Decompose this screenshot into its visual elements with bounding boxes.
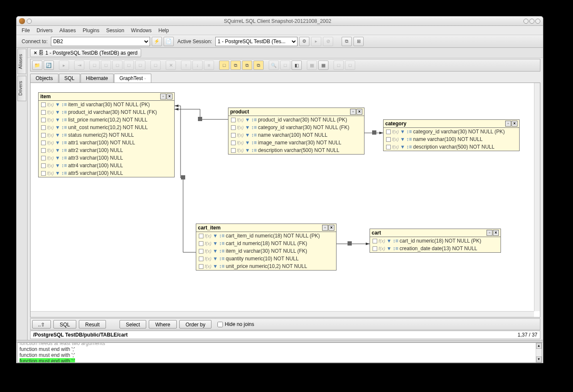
table-item[interactable]: item▫×f(x)▼↕≡item_id varchar(30) NOT NUL… xyxy=(38,92,175,177)
column-checkbox[interactable] xyxy=(199,257,203,261)
tb-b2[interactable]: □ xyxy=(89,61,100,70)
column-row[interactable]: f(x)▼↕≡cart_item_id numeric(18) NOT NULL… xyxy=(196,232,336,240)
menu-windows[interactable]: Windows xyxy=(128,28,155,33)
tb-b9[interactable]: ≡ xyxy=(204,61,214,70)
filter-icon[interactable]: ▼ xyxy=(55,163,60,168)
sort-icon[interactable]: ↕≡ xyxy=(393,246,398,251)
column-row[interactable]: f(x)▼↕≡description varchar(500) NOT NULL xyxy=(384,143,519,151)
tb-e1[interactable]: ▦ xyxy=(307,61,317,70)
tb-run[interactable]: ▸ xyxy=(59,61,69,70)
connect-to-combo[interactable]: DB2 xyxy=(51,37,150,46)
sort-icon[interactable]: ↕≡ xyxy=(61,163,67,168)
tb-c2[interactable]: ⧉ xyxy=(231,61,241,70)
column-row[interactable]: f(x)▼↕≡product_id varchar(30) NOT NULL (… xyxy=(39,108,174,116)
filter-icon[interactable]: ▼ xyxy=(55,147,60,153)
tb-f2[interactable]: □ xyxy=(345,61,355,70)
column-row[interactable]: f(x)▼↕≡list_price numeric(10,2) NOT NULL xyxy=(39,116,174,124)
where-button[interactable]: Where xyxy=(149,320,176,329)
filter-icon[interactable]: ▼ xyxy=(55,117,60,123)
tb-zoom[interactable]: 🔍 xyxy=(269,61,279,70)
column-checkbox[interactable] xyxy=(231,133,236,138)
column-checkbox[interactable] xyxy=(199,249,203,254)
canvas-scrollbar-h[interactable] xyxy=(31,311,534,317)
filter-icon[interactable]: ▼ xyxy=(55,132,60,138)
filter-icon[interactable]: ▼ xyxy=(213,263,218,269)
column-row[interactable]: f(x)▼↕≡category_id varchar(30) NOT NULL … xyxy=(228,124,364,131)
table-min-icon[interactable]: ▫ xyxy=(350,109,356,115)
column-row[interactable]: f(x)▼↕≡attr5 varchar(100) NULL xyxy=(39,169,174,177)
minimize-button[interactable] xyxy=(523,19,528,24)
sort-icon[interactable]: ↕≡ xyxy=(61,117,67,123)
menu-file[interactable]: File xyxy=(18,28,33,33)
stop-button[interactable]: ⊘ xyxy=(323,37,333,46)
filter-icon[interactable]: ▼ xyxy=(55,155,60,161)
sort-icon[interactable]: ↕≡ xyxy=(61,109,67,115)
sort-icon[interactable]: ↕≡ xyxy=(61,147,67,153)
sort-icon[interactable]: ↕≡ xyxy=(406,129,412,135)
session-props-button[interactable]: ⚙ xyxy=(299,37,309,46)
menu-aliases[interactable]: Aliases xyxy=(56,28,79,33)
filter-icon[interactable]: ▼ xyxy=(213,240,218,246)
tb-b5[interactable]: □ xyxy=(124,61,134,70)
column-checkbox[interactable] xyxy=(41,148,46,153)
table-min-icon[interactable]: ▫ xyxy=(322,225,328,231)
column-checkbox[interactable] xyxy=(41,125,46,130)
close-button[interactable] xyxy=(535,19,540,24)
filter-icon[interactable]: ▼ xyxy=(55,109,60,115)
sidetab-aliases[interactable]: Aliases xyxy=(17,49,26,74)
tb-c4[interactable]: ⧉ xyxy=(253,61,264,70)
column-checkbox[interactable] xyxy=(386,137,391,142)
tb-e2[interactable]: ▦ xyxy=(318,61,328,70)
table-close-icon[interactable]: × xyxy=(328,225,334,231)
sort-icon[interactable]: ↕≡ xyxy=(219,256,225,262)
tb-up[interactable]: ↑ xyxy=(181,61,191,70)
handle-2[interactable] xyxy=(372,130,376,135)
sort-icon[interactable]: ↕≡ xyxy=(251,140,257,146)
tb-d2[interactable]: ◧ xyxy=(292,61,302,70)
table-product[interactable]: product▫×f(x)▼↕≡product_id varchar(30) N… xyxy=(228,108,364,155)
column-row[interactable]: f(x)▼↕≡item_id varchar(30) NOT NULL (FK) xyxy=(196,247,336,255)
orderby-button[interactable]: Order by xyxy=(179,320,212,329)
close-session-icon[interactable]: × xyxy=(34,50,37,56)
up-button[interactable]: ..⇧ xyxy=(32,320,51,329)
sort-icon[interactable]: ↕≡ xyxy=(61,132,67,138)
menu-session[interactable]: Session xyxy=(103,28,128,33)
column-checkbox[interactable] xyxy=(231,148,236,153)
filter-icon[interactable]: ▼ xyxy=(400,136,405,142)
new-sql-button[interactable]: 📄 xyxy=(164,37,174,46)
sort-icon[interactable]: ↕≡ xyxy=(251,124,257,130)
tab-sql[interactable]: SQL xyxy=(59,74,80,83)
sort-icon[interactable]: ↕≡ xyxy=(219,248,225,254)
sort-icon[interactable]: ↕≡ xyxy=(219,233,225,239)
canvas-scrollbar-v[interactable] xyxy=(534,83,540,311)
sort-icon[interactable]: ↕≡ xyxy=(61,124,67,130)
log-scrollbar[interactable]: ▴ ▾ xyxy=(536,343,542,362)
filter-icon[interactable]: ▼ xyxy=(213,248,218,254)
tb-c1[interactable]: □ xyxy=(219,61,229,70)
sort-icon[interactable]: ↕≡ xyxy=(251,117,257,123)
table-category[interactable]: category▫×f(x)▼↕≡category_id varchar(30)… xyxy=(383,119,520,151)
filter-icon[interactable]: ▼ xyxy=(400,144,405,150)
tab-hibernate[interactable]: Hibernate xyxy=(81,74,114,83)
filter-icon[interactable]: ▼ xyxy=(387,246,392,251)
column-checkbox[interactable] xyxy=(41,163,46,168)
column-checkbox[interactable] xyxy=(386,145,391,149)
table-close-icon[interactable]: × xyxy=(356,109,362,115)
column-row[interactable]: f(x)▼↕≡unit_cost numeric(10,2) NOT NULL xyxy=(39,124,174,131)
graph-canvas[interactable]: item▫×f(x)▼↕≡item_id varchar(30) NOT NUL… xyxy=(31,83,534,311)
table-header[interactable]: cart_item▫× xyxy=(196,224,336,232)
table-close-icon[interactable]: × xyxy=(493,230,499,236)
tb-refresh[interactable]: 🔄 xyxy=(44,61,54,70)
table-close-icon[interactable]: × xyxy=(512,121,517,127)
column-checkbox[interactable] xyxy=(41,133,46,138)
column-checkbox[interactable] xyxy=(231,118,236,122)
tb-down[interactable]: ↓ xyxy=(192,61,203,70)
active-session-combo[interactable]: 1 - PostgreSQL TestDB (Tes... xyxy=(215,37,298,46)
tab-graphtest[interactable]: GraphTest ▫ xyxy=(114,74,151,83)
select-button[interactable]: Select xyxy=(120,320,146,329)
new-window-button[interactable]: ⧉ xyxy=(342,37,352,46)
tb-cat[interactable]: 📁 xyxy=(32,61,42,70)
column-checkbox[interactable] xyxy=(373,239,377,243)
connect-button[interactable]: ⚡ xyxy=(152,37,162,46)
filter-icon[interactable]: ▼ xyxy=(55,124,60,130)
